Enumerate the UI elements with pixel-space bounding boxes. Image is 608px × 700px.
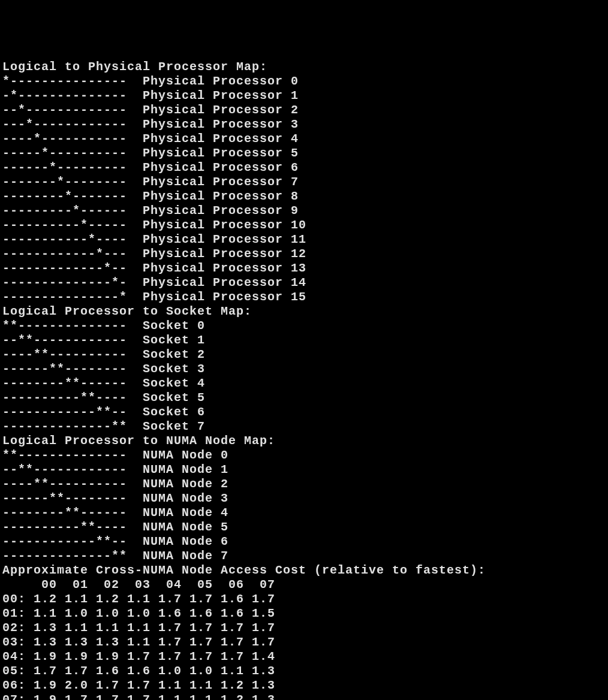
terminal-output: Logical to Physical Processor Map:*-----…: [2, 60, 606, 700]
physical-processor-map-row: -------*-------- Physical Processor 7: [2, 175, 606, 189]
numa-node-map-row: --------**------ NUMA Node 4: [2, 506, 606, 520]
socket-map-row: ----**---------- Socket 2: [2, 348, 606, 362]
numa-node-map-row: ------**-------- NUMA Node 3: [2, 491, 606, 506]
numa-node-map-row: ----**---------- NUMA Node 2: [2, 477, 606, 491]
physical-processor-map-row: -------------*-- Physical Processor 13: [2, 261, 606, 276]
physical-processor-map-row: --*------------- Physical Processor 2: [2, 103, 606, 117]
socket-map-row: --------------** Socket 7: [2, 420, 606, 434]
numa-cost-row: 05: 1.7 1.7 1.6 1.6 1.0 1.0 1.1 1.3: [2, 664, 606, 678]
physical-processor-map-row: ----*----------- Physical Processor 4: [2, 132, 606, 146]
physical-processor-map-row: --------------*- Physical Processor 14: [2, 276, 606, 290]
socket-map-row: ----------**---- Socket 5: [2, 391, 606, 405]
socket-map-row: ------------**-- Socket 6: [2, 405, 606, 420]
numa-node-map-row: --**------------ NUMA Node 1: [2, 463, 606, 477]
physical-processor-map-row: ----------*----- Physical Processor 10: [2, 218, 606, 233]
socket-map-row: --------**------ Socket 4: [2, 376, 606, 391]
physical-processor-map-row: ------*--------- Physical Processor 6: [2, 161, 606, 175]
numa-node-map-title: Logical Processor to NUMA Node Map:: [2, 434, 606, 448]
physical-processor-map-row: -----------*---- Physical Processor 11: [2, 233, 606, 247]
numa-cost-row: 04: 1.9 1.9 1.9 1.7 1.7 1.7 1.7 1.4: [2, 650, 606, 664]
physical-processor-map-row: --------*------- Physical Processor 8: [2, 189, 606, 204]
numa-node-map-row: **-------------- NUMA Node 0: [2, 448, 606, 463]
physical-processor-map-row: ---------*------ Physical Processor 9: [2, 204, 606, 218]
numa-cost-row: 03: 1.3 1.3 1.3 1.1 1.7 1.7 1.7 1.7: [2, 635, 606, 650]
socket-map-title: Logical Processor to Socket Map:: [2, 304, 606, 319]
numa-cost-header: 00 01 02 03 04 05 06 07: [2, 578, 606, 592]
socket-map-row: --**------------ Socket 1: [2, 333, 606, 348]
numa-cost-row: 00: 1.2 1.1 1.2 1.1 1.7 1.7 1.6 1.7: [2, 592, 606, 607]
physical-processor-map-row: ------------*--- Physical Processor 12: [2, 247, 606, 261]
numa-cost-row: 07: 1.9 1.7 1.7 1.7 1.1 1.1 1.2 1.3: [2, 693, 606, 700]
numa-node-map-row: --------------** NUMA Node 7: [2, 549, 606, 563]
socket-map-row: ------**-------- Socket 3: [2, 362, 606, 376]
physical-processor-map-row: -*-------------- Physical Processor 1: [2, 89, 606, 103]
physical-processor-map-row: ---------------* Physical Processor 15: [2, 290, 606, 304]
numa-node-map-row: ------------**-- NUMA Node 6: [2, 535, 606, 549]
socket-map-row: **-------------- Socket 0: [2, 319, 606, 333]
physical-processor-map-title: Logical to Physical Processor Map:: [2, 60, 606, 74]
numa-cost-row: 02: 1.3 1.1 1.1 1.1 1.7 1.7 1.7 1.7: [2, 621, 606, 635]
numa-cost-row: 06: 1.9 2.0 1.7 1.7 1.1 1.1 1.2 1.3: [2, 678, 606, 693]
physical-processor-map-row: *--------------- Physical Processor 0: [2, 74, 606, 89]
numa-cost-title: Approximate Cross-NUMA Node Access Cost …: [2, 563, 606, 578]
numa-node-map-row: ----------**---- NUMA Node 5: [2, 520, 606, 535]
physical-processor-map-row: -----*---------- Physical Processor 5: [2, 146, 606, 161]
numa-cost-row: 01: 1.1 1.0 1.0 1.0 1.6 1.6 1.6 1.5: [2, 607, 606, 621]
physical-processor-map-row: ---*------------ Physical Processor 3: [2, 117, 606, 132]
